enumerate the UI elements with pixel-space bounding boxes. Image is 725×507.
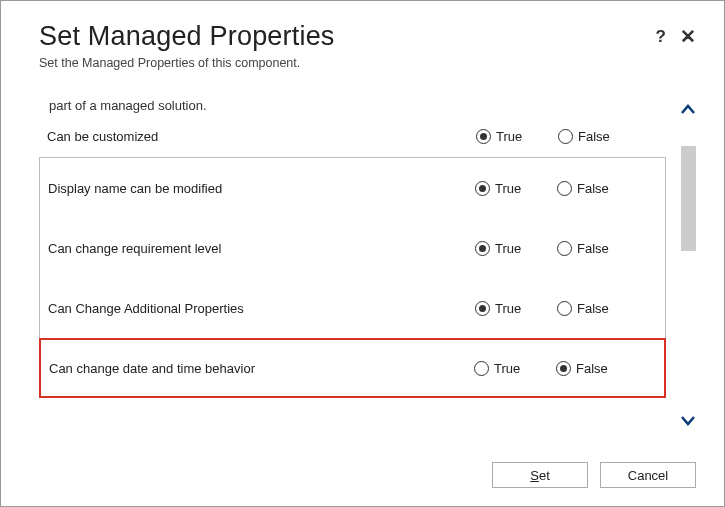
row-label: Can be customized — [47, 129, 476, 144]
radio-icon — [476, 129, 491, 144]
dialog-subtitle: Set the Managed Properties of this compo… — [39, 56, 696, 70]
row-label: Display name can be modified — [48, 181, 475, 196]
mnemonic: S — [530, 468, 539, 483]
header-icons: ? ✕ — [656, 21, 696, 46]
content: part of a managed solution. Can be custo… — [39, 88, 666, 442]
radio-true[interactable]: True — [474, 361, 546, 376]
radio-group-customized: True False — [476, 129, 648, 144]
row-can-be-customized: Can be customized True False — [39, 119, 666, 153]
row-label: Can change date and time behavior — [49, 361, 474, 376]
properties-box: Display name can be modified True False — [39, 157, 666, 398]
radio-true[interactable]: True — [475, 301, 547, 316]
row-display-name: Display name can be modified True False — [40, 158, 665, 218]
help-icon[interactable]: ? — [656, 28, 666, 45]
chevron-up-icon[interactable] — [680, 100, 696, 120]
radio-label: True — [494, 361, 520, 376]
radio-label: False — [577, 241, 609, 256]
row-requirement-level: Can change requirement level True False — [40, 218, 665, 278]
radio-label: False — [578, 129, 610, 144]
radio-true[interactable]: True — [475, 181, 547, 196]
radio-true[interactable]: True — [475, 241, 547, 256]
header-text: Set Managed Properties — [39, 21, 335, 52]
radio-group: True False — [474, 361, 646, 376]
radio-false[interactable]: False — [558, 129, 630, 144]
radio-false[interactable]: False — [557, 181, 629, 196]
row-date-time-behavior: Can change date and time behavior True F… — [39, 338, 666, 398]
radio-group: True False — [475, 181, 647, 196]
radio-false[interactable]: False — [556, 361, 628, 376]
radio-label: True — [495, 181, 521, 196]
radio-label: False — [577, 301, 609, 316]
row-label: Can change requirement level — [48, 241, 475, 256]
scrollbar[interactable] — [680, 100, 696, 430]
set-button[interactable]: Set — [492, 462, 588, 488]
row-additional-properties: Can Change Additional Properties True Fa… — [40, 278, 665, 338]
btn-text: et — [539, 468, 550, 483]
radio-false[interactable]: False — [557, 301, 629, 316]
radio-icon — [475, 181, 490, 196]
radio-true[interactable]: True — [476, 129, 548, 144]
row-label: Can Change Additional Properties — [48, 301, 475, 316]
radio-label: True — [496, 129, 522, 144]
radio-icon — [474, 361, 489, 376]
radio-icon — [475, 301, 490, 316]
radio-icon — [558, 129, 573, 144]
dialog-header: Set Managed Properties ? ✕ — [39, 21, 696, 52]
scroll-thumb[interactable] — [681, 146, 696, 251]
radio-icon — [556, 361, 571, 376]
close-icon[interactable]: ✕ — [680, 27, 696, 46]
chevron-down-icon[interactable] — [680, 410, 696, 430]
radio-label: True — [495, 241, 521, 256]
radio-group: True False — [475, 301, 647, 316]
radio-group: True False — [475, 241, 647, 256]
truncated-text: part of a managed solution. — [49, 98, 666, 113]
radio-label: False — [577, 181, 609, 196]
radio-label: False — [576, 361, 608, 376]
radio-icon — [557, 301, 572, 316]
radio-false[interactable]: False — [557, 241, 629, 256]
scroll-area: part of a managed solution. Can be custo… — [39, 88, 696, 442]
radio-label: True — [495, 301, 521, 316]
radio-icon — [475, 241, 490, 256]
radio-icon — [557, 181, 572, 196]
dialog-title: Set Managed Properties — [39, 21, 335, 52]
dialog-footer: Set Cancel — [39, 442, 696, 488]
managed-properties-dialog: Set Managed Properties ? ✕ Set the Manag… — [1, 1, 724, 506]
cancel-button[interactable]: Cancel — [600, 462, 696, 488]
radio-icon — [557, 241, 572, 256]
